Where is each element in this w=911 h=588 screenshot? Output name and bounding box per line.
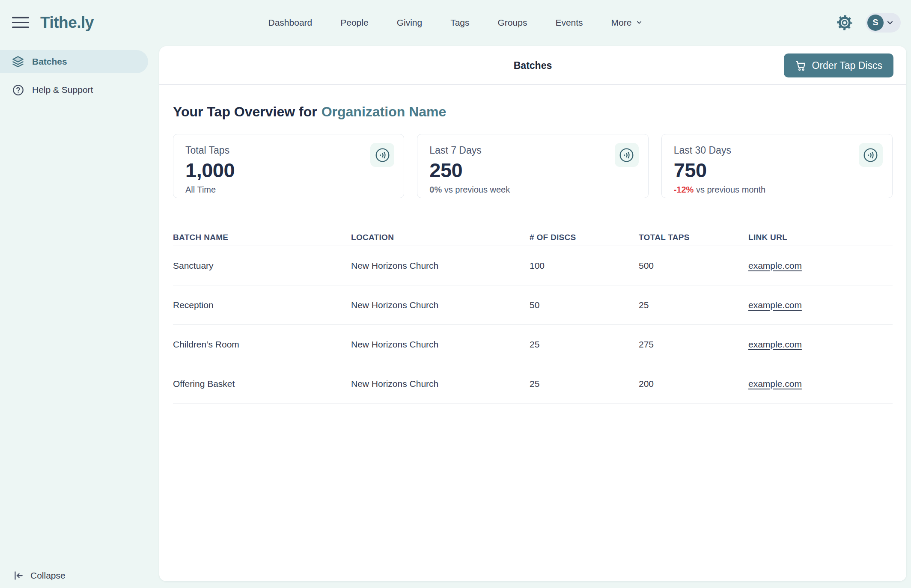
- stat-card-last-7-days: Last 7 Days 250 0% vs previous week: [417, 134, 648, 198]
- table-header-row: BATCH NAME LOCATION # OF DISCS TOTAL TAP…: [173, 229, 893, 246]
- stat-value: 250: [429, 158, 636, 182]
- nav-more-label: More: [611, 18, 632, 28]
- tap-icon: [370, 143, 394, 167]
- tap-icon: [615, 143, 639, 167]
- stat-card-last-30-days: Last 30 Days 750 -12% vs previous month: [661, 134, 893, 198]
- column-header-discs: # OF DISCS: [530, 233, 639, 242]
- cell-total-taps: 275: [639, 339, 748, 350]
- nav-dashboard[interactable]: Dashboard: [268, 18, 313, 28]
- help-circle-icon: [12, 84, 24, 96]
- page-header: Batches Order Tap Discs: [159, 46, 906, 85]
- cell-location: New Horizons Church: [351, 261, 530, 271]
- link-url[interactable]: example.com: [748, 379, 802, 389]
- stat-subtext: -12% vs previous month: [674, 185, 880, 195]
- column-header-batch-name: BATCH NAME: [173, 233, 351, 242]
- menu-icon[interactable]: [12, 17, 29, 28]
- cell-batch-name: Children’s Room: [173, 339, 351, 350]
- main-panel: Batches Order Tap Discs Your Tap Overvie…: [159, 46, 906, 581]
- cell-location: New Horizons Church: [351, 379, 530, 389]
- sidebar-item-label: Help & Support: [32, 85, 93, 95]
- link-url[interactable]: example.com: [748, 339, 802, 349]
- stat-label: Last 30 Days: [674, 145, 880, 156]
- stat-value: 1,000: [185, 158, 392, 182]
- sidebar-item-label: Batches: [32, 56, 67, 67]
- overview-heading: Your Tap Overview forOrganization Name: [173, 104, 893, 120]
- cell-discs: 25: [530, 339, 639, 350]
- stat-subtext: 0% vs previous week: [429, 185, 636, 195]
- nav-tags[interactable]: Tags: [450, 18, 469, 28]
- nav-people[interactable]: People: [340, 18, 368, 28]
- organization-name: Organization Name: [322, 104, 447, 119]
- stat-sub-label: vs previous month: [696, 185, 765, 194]
- batches-table: BATCH NAME LOCATION # OF DISCS TOTAL TAP…: [173, 229, 893, 404]
- sidebar-item-help-support[interactable]: Help & Support: [0, 78, 148, 101]
- cell-location: New Horizons Church: [351, 300, 530, 310]
- avatar: S: [867, 15, 884, 31]
- topbar: Tithe.ly Dashboard People Giving Tags Gr…: [0, 0, 911, 45]
- page-title: Batches: [514, 59, 552, 71]
- column-header-total-taps: TOTAL TAPS: [639, 233, 748, 242]
- order-tap-discs-label: Order Tap Discs: [812, 60, 882, 71]
- cell-discs: 25: [530, 379, 639, 389]
- cell-discs: 100: [530, 261, 639, 271]
- nav-groups[interactable]: Groups: [498, 18, 527, 28]
- page-content: Your Tap Overview forOrganization Name T…: [159, 104, 906, 404]
- collapse-icon: [13, 570, 24, 581]
- app-logo[interactable]: Tithe.ly: [40, 14, 94, 32]
- sidebar: Batches Help & Support Collapse: [0, 45, 159, 588]
- stat-delta: 0%: [429, 185, 442, 194]
- stat-label: Total Taps: [185, 145, 392, 156]
- gear-icon[interactable]: [836, 14, 854, 32]
- table-row: Offering Basket New Horizons Church 25 2…: [173, 364, 893, 404]
- link-url[interactable]: example.com: [748, 261, 802, 270]
- nav-events[interactable]: Events: [555, 18, 583, 28]
- stat-subtext: All Time: [185, 185, 392, 195]
- cell-total-taps: 200: [639, 379, 748, 389]
- column-header-link-url: LINK URL: [748, 233, 893, 242]
- topbar-actions: S: [836, 13, 901, 33]
- sidebar-item-batches[interactable]: Batches: [0, 50, 148, 73]
- collapse-label: Collapse: [30, 570, 65, 581]
- tap-icon: [859, 143, 883, 167]
- shopping-cart-icon: [795, 60, 807, 71]
- cell-batch-name: Sanctuary: [173, 261, 351, 271]
- cell-discs: 50: [530, 300, 639, 310]
- table-row: Reception New Horizons Church 50 25 exam…: [173, 285, 893, 325]
- table-row: Sanctuary New Horizons Church 100 500 ex…: [173, 246, 893, 285]
- cell-total-taps: 500: [639, 261, 748, 271]
- nav-giving[interactable]: Giving: [397, 18, 423, 28]
- cell-batch-name: Reception: [173, 300, 351, 310]
- cell-location: New Horizons Church: [351, 339, 530, 350]
- stat-value: 750: [674, 158, 880, 182]
- collapse-sidebar-button[interactable]: Collapse: [13, 570, 65, 581]
- nav-more[interactable]: More: [611, 18, 643, 28]
- column-header-location: LOCATION: [351, 233, 530, 242]
- stat-sub-label: All Time: [185, 185, 216, 194]
- chevron-down-icon: [886, 18, 894, 27]
- stat-label: Last 7 Days: [429, 145, 636, 156]
- link-url[interactable]: example.com: [748, 300, 802, 310]
- account-menu[interactable]: S: [866, 13, 901, 33]
- overview-heading-prefix: Your Tap Overview for: [173, 104, 317, 119]
- stat-delta: -12%: [674, 185, 694, 194]
- order-tap-discs-button[interactable]: Order Tap Discs: [784, 53, 893, 77]
- cell-total-taps: 25: [639, 300, 748, 310]
- table-row: Children’s Room New Horizons Church 25 2…: [173, 325, 893, 364]
- stat-card-total-taps: Total Taps 1,000 All Time: [173, 134, 404, 198]
- chevron-down-icon: [635, 19, 643, 26]
- cell-batch-name: Offering Basket: [173, 379, 351, 389]
- main-nav: Dashboard People Giving Tags Groups Even…: [268, 0, 643, 45]
- layers-icon: [12, 56, 24, 68]
- stat-cards: Total Taps 1,000 All Time Last 7 Days 25…: [173, 134, 893, 198]
- stat-sub-label: vs previous week: [444, 185, 510, 194]
